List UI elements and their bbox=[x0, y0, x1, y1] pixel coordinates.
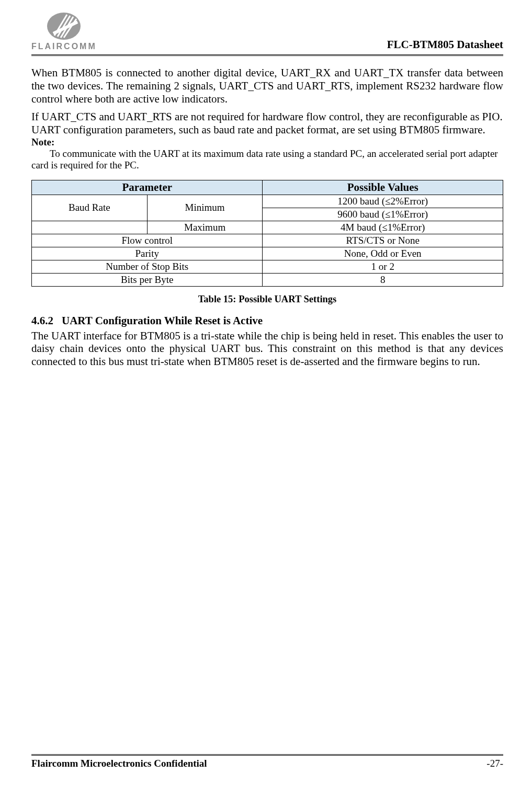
section-number: 4.6.2 bbox=[31, 314, 53, 327]
header-divider bbox=[31, 54, 503, 56]
logo-text: FLAIRCOMM bbox=[31, 42, 97, 51]
th-parameter: Parameter bbox=[32, 180, 263, 195]
paragraph: UART configuration parameters, such as b… bbox=[31, 123, 503, 136]
cell-empty bbox=[32, 221, 148, 234]
cell-value: 9600 baud (≤1%Error) bbox=[263, 208, 503, 221]
section-title: UART Configuration While Reset is Active bbox=[62, 314, 263, 327]
table-row: Baud Rate Minimum 1200 baud (≤2%Error) bbox=[32, 195, 503, 208]
note-label: Note: bbox=[31, 136, 503, 148]
cell-value: RTS/CTS or None bbox=[263, 234, 503, 247]
table-row: Bits per Byte 8 bbox=[32, 273, 503, 286]
paragraph: When BTM805 is connected to another digi… bbox=[31, 66, 503, 105]
table-row: Flow control RTS/CTS or None bbox=[32, 234, 503, 247]
table-caption: Table 15: Possible UART Settings bbox=[31, 294, 503, 305]
cell-parity: Parity bbox=[32, 247, 263, 260]
logo-icon bbox=[46, 12, 82, 41]
cell-value: 1200 baud (≤2%Error) bbox=[263, 195, 503, 208]
page-footer: Flaircomm Microelectronics Confidential … bbox=[31, 754, 503, 769]
table-row: Parity None, Odd or Even bbox=[32, 247, 503, 260]
company-logo: FLAIRCOMM bbox=[31, 12, 97, 51]
document-title: FLC-BTM805 Datasheet bbox=[387, 38, 503, 51]
table-row: Maximum 4M baud (≤1%Error) bbox=[32, 221, 503, 234]
cell-bits-per-byte: Bits per Byte bbox=[32, 273, 263, 286]
section-body: The UART interface for BTM805 is a tri-s… bbox=[31, 329, 503, 368]
cell-baud-rate: Baud Rate bbox=[32, 195, 148, 221]
page-number: -27- bbox=[486, 758, 503, 769]
cell-stop-bits: Number of Stop Bits bbox=[32, 260, 263, 273]
cell-flow-control: Flow control bbox=[32, 234, 263, 247]
cell-value: 1 or 2 bbox=[263, 260, 503, 273]
cell-value: None, Odd or Even bbox=[263, 247, 503, 260]
cell-value: 8 bbox=[263, 273, 503, 286]
th-possible-values: Possible Values bbox=[263, 180, 503, 195]
footer-confidential: Flaircomm Microelectronics Confidential bbox=[31, 758, 207, 769]
footer-divider bbox=[31, 754, 503, 756]
paragraph: If UART_CTS and UART_RTS are not require… bbox=[31, 110, 503, 123]
table-header-row: Parameter Possible Values bbox=[32, 180, 503, 195]
page: FLAIRCOMM FLC-BTM805 Datasheet When BTM8… bbox=[0, 0, 532, 785]
section-heading: 4.6.2UART Configuration While Reset is A… bbox=[31, 314, 503, 327]
footer-line: Flaircomm Microelectronics Confidential … bbox=[31, 758, 503, 769]
table-row: Number of Stop Bits 1 or 2 bbox=[32, 260, 503, 273]
note-body: To communicate with the UART at its maxi… bbox=[31, 148, 503, 172]
cell-value: 4M baud (≤1%Error) bbox=[263, 221, 503, 234]
uart-settings-table: Parameter Possible Values Baud Rate Mini… bbox=[31, 180, 503, 287]
note-text: To communicate with the UART at its maxi… bbox=[31, 148, 503, 172]
cell-minimum: Minimum bbox=[147, 195, 263, 221]
page-header: FLAIRCOMM FLC-BTM805 Datasheet bbox=[31, 12, 503, 51]
cell-maximum: Maximum bbox=[147, 221, 263, 234]
